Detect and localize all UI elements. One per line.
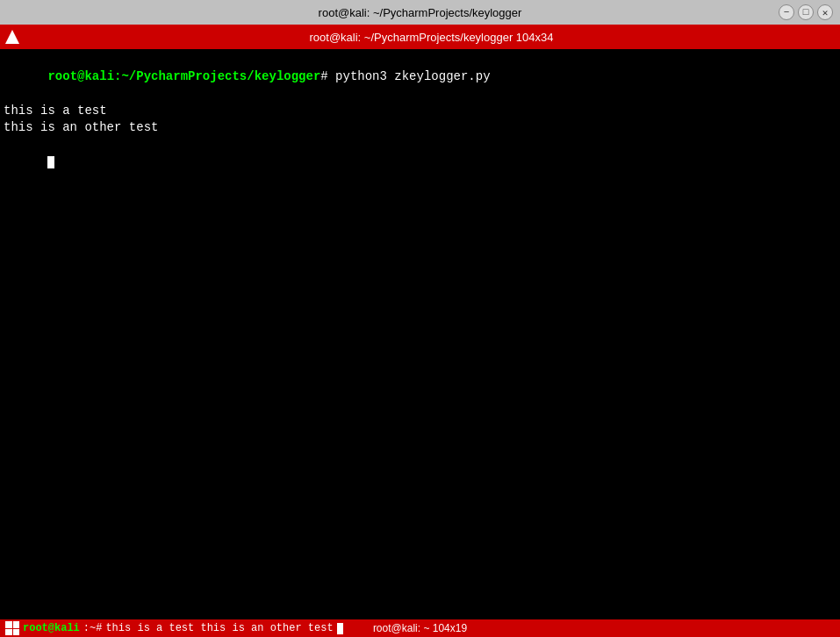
kali-logo-icon [4, 28, 21, 46]
prompt-user: root@kali [47, 69, 114, 83]
output-line-1: this is a test [4, 103, 836, 120]
minimize-icon: − [784, 7, 790, 18]
window-controls: − □ ✕ [779, 4, 833, 20]
grid-cell-2 [13, 621, 20, 628]
grid-cell-1 [5, 621, 12, 628]
bottom-cursor [337, 623, 343, 634]
maximize-button[interactable]: □ [798, 4, 814, 20]
terminal-body[interactable]: root@kali:~/PycharmProjects/keylogger# p… [0, 49, 840, 619]
terminal-cursor [47, 156, 54, 168]
bottom-status-bar: root@kali:~# this is a test this is an o… [0, 619, 840, 637]
bottom-command: this is a test this is an other test [105, 622, 333, 634]
grid-cell-4 [13, 629, 20, 636]
terminal-window: root@kali: ~/PycharmProjects/keylogger 1… [0, 25, 840, 637]
grid-cell-3 [5, 629, 12, 636]
prompt-symbol: # [320, 69, 327, 83]
kali-dragon-icon [5, 30, 19, 44]
close-button[interactable]: ✕ [817, 4, 833, 20]
minimize-button[interactable]: − [779, 4, 794, 20]
close-icon: ✕ [822, 7, 829, 18]
bottom-prompt-user: root@kali [23, 622, 80, 634]
output-line-2: this is an other test [4, 119, 836, 137]
bottom-bar-title: root@kali: ~ 104x19 [373, 622, 467, 634]
system-title-bar: root@kali: ~/PycharmProjects/keylogger −… [0, 0, 840, 25]
grid-icon [5, 621, 19, 635]
terminal-tab-bar: root@kali: ~/PycharmProjects/keylogger 1… [0, 25, 840, 49]
cursor-line [4, 137, 836, 189]
maximize-icon: □ [803, 7, 809, 18]
prompt-path: :~/PycharmProjects/keylogger [114, 69, 320, 83]
prompt-command: python3 zkeylogger.py [328, 69, 491, 83]
prompt-line: root@kali:~/PycharmProjects/keylogger# p… [4, 51, 836, 103]
bottom-prompt-symbol: :~# [83, 622, 103, 634]
tab-title: root@kali: ~/PycharmProjects/keylogger 1… [26, 31, 836, 44]
window-title: root@kali: ~/PycharmProjects/keylogger [319, 6, 522, 19]
bottom-left-section: root@kali:~# this is a test this is an o… [5, 621, 343, 635]
